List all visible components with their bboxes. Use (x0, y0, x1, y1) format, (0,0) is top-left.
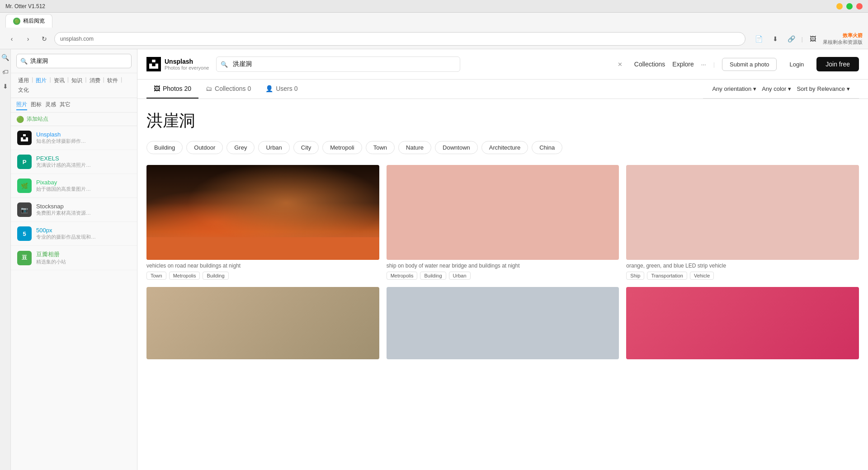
sidebar-sub-tab-other[interactable]: 其它 (60, 100, 71, 110)
color-filter[interactable]: Any color ▾ (762, 85, 791, 92)
category-tag-urban[interactable]: Urban (258, 141, 289, 154)
category-tag-grey[interactable]: Grey (226, 141, 255, 154)
tab-icon: 🟢 (13, 18, 20, 25)
sidebar: 🔍 通用 | 图片 | 资讯 | 知识 | 消费 | 软件 | 文化 照片 图标… (11, 49, 137, 470)
photo-3-tag-ship[interactable]: Ship (626, 272, 644, 280)
category-tag-city[interactable]: City (293, 141, 319, 154)
photo-card-5[interactable] (387, 287, 619, 359)
left-icon-tag[interactable]: 🏷 (1, 67, 10, 76)
category-tag-building[interactable]: Building (146, 141, 183, 154)
photo-card-2[interactable]: ship on body of water near bridge and bu… (387, 165, 619, 280)
unsplash-join-free-button[interactable]: Join free (816, 57, 859, 71)
sidebar-nav-tabs: 通用 | 图片 | 资讯 | 知识 | 消费 | 软件 | 文化 (11, 73, 137, 98)
category-tag-metropoli[interactable]: Metropoli (322, 141, 362, 154)
pexels-site-name: PEXELS (36, 155, 131, 162)
search-tab-collections[interactable]: 🗂 Collections 0 (198, 80, 258, 99)
left-icon-search[interactable]: 🔍 (1, 53, 10, 62)
sidebar-site-pexels[interactable]: P PEXELS 充满设计感的高清照片… (11, 150, 137, 174)
category-tag-china[interactable]: China (532, 141, 562, 154)
sidebar-site-unsplash[interactable]: Unsplash 知名的全球摄影师作… (11, 126, 137, 150)
photo-1-tag-building[interactable]: Building (203, 272, 228, 280)
orientation-filter[interactable]: Any orientation ▾ (712, 85, 756, 92)
photo-card-6[interactable] (626, 287, 859, 359)
unsplash-logo: Unsplash Photos for everyone (146, 57, 209, 71)
photo-3-caption: orange, green, and blue LED strip vehicl… (626, 263, 859, 269)
sidebar-sub-tab-inspiration[interactable]: 灵感 (45, 100, 56, 110)
browser-back-button[interactable]: ‹ (5, 33, 18, 45)
douban-site-icon: 豆 (17, 251, 32, 265)
photo-card-4[interactable] (146, 287, 379, 359)
category-tag-town[interactable]: Town (366, 141, 395, 154)
unsplash-search-icon: 🔍 (221, 61, 228, 68)
color-chevron: ▾ (788, 85, 791, 92)
sort-chevron: ▾ (847, 85, 850, 92)
sidebar-nav-tab-culture[interactable]: 文化 (16, 85, 31, 95)
pixabay-site-desc: 始于德国的高质量图片… (36, 186, 131, 193)
sidebar-nav-tab-consume[interactable]: 消费 (88, 76, 102, 85)
os-window-controls (836, 3, 863, 9)
category-tag-architecture[interactable]: Architecture (481, 141, 528, 154)
sidebar-add-site-button[interactable]: 🟢 添加站点 (11, 113, 137, 126)
douban-site-info: 豆瓣相册 精选集的小站 (36, 250, 131, 265)
photo-2-tag-metropolis[interactable]: Metropolis (387, 272, 418, 280)
browser-refresh-button[interactable]: ↻ (38, 33, 51, 45)
os-maximize-button[interactable] (846, 3, 853, 9)
photo-2-tag-building[interactable]: Building (420, 272, 446, 280)
sidebar-site-douban[interactable]: 豆 豆瓣相册 精选集的小站 (11, 246, 137, 270)
500px-site-name: 500px (36, 227, 131, 234)
category-tag-nature[interactable]: Nature (398, 141, 431, 154)
unsplash-header: Unsplash Photos for everyone 🔍 ✕ Collect… (137, 49, 868, 80)
sidebar-nav-tab-general[interactable]: 通用 (16, 76, 31, 85)
browser-tab[interactable]: 🟢 稍后阅览 (5, 14, 52, 28)
category-tag-outdoor[interactable]: Outdoor (186, 141, 223, 154)
sidebar-site-stocksnap[interactable]: 📷 Stocksnap 免费图片素材高清资源… (11, 198, 137, 222)
category-tag-downtown[interactable]: Downtown (435, 141, 478, 154)
unsplash-login-button[interactable]: Login (784, 58, 809, 70)
unsplash-site-desc: 知名的全球摄影师作… (36, 138, 131, 145)
photo-1-tag-town[interactable]: Town (146, 272, 166, 280)
unsplash-more-button[interactable]: ··· (701, 61, 706, 68)
photo-card-1[interactable]: vehicles on road near buildings at night… (146, 165, 379, 280)
photo-3-tag-vehicle[interactable]: Vehicle (690, 272, 714, 280)
sort-by-value: Relevance (817, 85, 845, 92)
color-label: Any color (762, 85, 786, 92)
browser-action-4[interactable]: 🖼 (807, 33, 819, 45)
os-titlebar: Mr. Otter V1.512 (0, 0, 868, 13)
browser-action-2[interactable]: ⬇ (769, 33, 782, 45)
browser-action-3[interactable]: 🔗 (785, 33, 798, 45)
photo-1-tag-metropolis[interactable]: Metropolis (169, 272, 200, 280)
search-tab-users[interactable]: 👤 Users 0 (258, 80, 305, 99)
sidebar-site-pixabay[interactable]: 🌿 Pixabay 始于德国的高质量图片… (11, 174, 137, 198)
sidebar-site-500px[interactable]: 5 500px 专业的的摄影作品发现和… (11, 222, 137, 246)
sidebar-search-icon: 🔍 (20, 58, 28, 65)
unsplash-search-clear-icon[interactable]: ✕ (618, 61, 623, 68)
unsplash-collections-link[interactable]: Collections (634, 61, 665, 68)
sidebar-nav-tab-knowledge[interactable]: 知识 (70, 76, 84, 85)
sort-by-control[interactable]: Sort by Relevance ▾ (797, 85, 850, 92)
sidebar-search-input[interactable] (28, 58, 127, 65)
sidebar-sub-tab-icons[interactable]: 图标 (31, 100, 42, 110)
sidebar-sub-tab-photos[interactable]: 照片 (16, 100, 27, 110)
os-minimize-button[interactable] (836, 3, 843, 9)
sidebar-search-box[interactable]: 🔍 (16, 54, 132, 68)
photo-card-3[interactable]: orange, green, and blue LED strip vehicl… (626, 165, 859, 280)
left-icon-download[interactable]: ⬇ (1, 82, 10, 91)
pexels-site-info: PEXELS 充满设计感的高清照片… (36, 155, 131, 169)
unsplash-submit-photo-button[interactable]: Submit a photo (722, 58, 777, 71)
browser-forward-button[interactable]: › (22, 33, 34, 45)
sidebar-nav-tab-news[interactable]: 资讯 (52, 76, 66, 85)
sidebar-nav-tab-photo[interactable]: 图片 (34, 76, 48, 85)
stocksnap-site-desc: 免费图片素材高清资源… (36, 210, 131, 216)
unsplash-explore-link[interactable]: Explore (672, 61, 693, 68)
search-tab-photos[interactable]: 🖼 Photos 20 (146, 80, 198, 99)
browser-action-1[interactable]: 📄 (753, 33, 765, 45)
pexels-site-desc: 充满设计感的高清照片… (36, 162, 131, 169)
photo-3-tag-transportation[interactable]: Transportation (647, 272, 687, 280)
photo-1-tags: Town Metropolis Building (146, 272, 379, 280)
os-close-button[interactable] (856, 3, 863, 9)
main-content: Unsplash Photos for everyone 🔍 ✕ Collect… (137, 49, 868, 470)
unsplash-search-input[interactable] (216, 56, 460, 72)
browser-address-bar[interactable]: unsplash.com (54, 32, 745, 46)
photo-2-tag-urban[interactable]: Urban (449, 272, 471, 280)
sidebar-nav-tab-software[interactable]: 软件 (105, 76, 120, 85)
